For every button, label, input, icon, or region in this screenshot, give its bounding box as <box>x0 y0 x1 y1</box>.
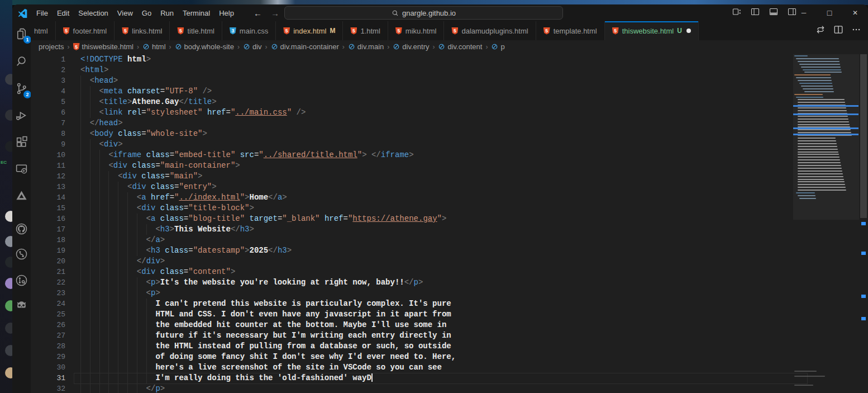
split-editor-icon[interactable] <box>833 25 843 37</box>
menu-run[interactable]: Run <box>156 7 178 19</box>
command-center-search[interactable]: gnargle.github.io <box>284 6 563 20</box>
toggle-primary-sidebar-icon[interactable] <box>751 7 760 18</box>
code-line-11[interactable]: 11<div class="main-container"> <box>31 160 791 171</box>
code-line-18[interactable]: 18</a> <box>31 235 791 245</box>
code-line-26[interactable]: 26the embedded hit counter at the bottom… <box>31 320 791 330</box>
tab-miku-html[interactable]: 5miku.html <box>388 21 445 40</box>
tab-template-html[interactable]: 5template.html <box>536 21 605 40</box>
git-status-badge: U <box>677 27 682 35</box>
activity-extension-a-icon[interactable] <box>15 188 29 203</box>
activity-explorer-icon[interactable]: 1 <box>15 27 29 41</box>
code-line-28[interactable]: 28the HTML instead of pulling from a dat… <box>31 341 791 352</box>
menu-help[interactable]: Help <box>214 7 239 19</box>
activity-source-control-icon[interactable]: 2 <box>15 82 29 96</box>
minimap[interactable] <box>793 53 859 393</box>
breadcrumb-item-div-content[interactable]: div.content <box>438 42 482 51</box>
code-line-21[interactable]: 21<div class="content"> <box>31 267 791 277</box>
maximize-button[interactable]: □ <box>817 4 842 21</box>
vscode-logo-icon <box>18 8 27 18</box>
code-line-27[interactable]: 27future if it's necessary but I'm writi… <box>31 330 791 341</box>
menu-go[interactable]: Go <box>137 7 156 19</box>
customize-layout-icon[interactable] <box>732 7 741 18</box>
breadcrumb-item-projects[interactable]: projects <box>39 42 64 51</box>
code-line-6[interactable]: 6<link rel="stylesheet" href="../main.cs… <box>31 107 791 118</box>
menu-edit[interactable]: Edit <box>53 7 74 19</box>
activity-gitlens-icon[interactable] <box>15 247 29 262</box>
minimize-button[interactable]: ─ <box>791 4 817 21</box>
tab-title-html[interactable]: 5title.html <box>170 21 222 40</box>
discord-window-sliver[interactable]: EC <box>0 0 12 393</box>
code-line-7[interactable]: 7</head> <box>31 118 791 129</box>
activity-extensions-icon[interactable] <box>15 135 29 150</box>
code-line-24[interactable]: 24I can't pretend this website is partic… <box>31 299 791 309</box>
scrollbar[interactable] <box>859 53 868 393</box>
code-line-3[interactable]: 3<head> <box>31 75 791 86</box>
breadcrumb-item-thiswebsite-html[interactable]: 5thiswebsite.html <box>73 42 133 51</box>
breadcrumb-item-p[interactable]: p <box>491 42 504 51</box>
close-button[interactable]: ✕ <box>842 4 868 21</box>
code-line-17[interactable]: 17<h3>This Website</h3> <box>31 224 791 235</box>
breadcrumb-item-div-main-container[interactable]: div.main-container <box>271 42 339 51</box>
activity-remote-explorer-icon[interactable] <box>15 162 29 177</box>
menu-view[interactable]: View <box>113 7 137 19</box>
tab-html[interactable]: html <box>31 21 56 40</box>
code-line-16[interactable]: 16<a class="blog-title" target="_blank" … <box>31 214 791 224</box>
minimap-line <box>794 74 831 75</box>
breadcrumb-item-body-whole-site[interactable]: body.whole-site <box>175 42 234 51</box>
activity-run-debug-icon[interactable] <box>15 108 29 123</box>
tab-links-html[interactable]: 5links.html <box>115 21 170 40</box>
code-line-8[interactable]: 8<body class="whole-site"> <box>31 129 791 139</box>
breadcrumb-item-div-entry[interactable]: div.entry <box>393 42 429 51</box>
code-line-25[interactable]: 25HTML and CSS. I don't even have any ja… <box>31 309 791 320</box>
dirty-indicator-icon[interactable] <box>686 29 691 33</box>
code-line-5[interactable]: 5<title>Athene.Gay</title> <box>31 97 791 107</box>
activity-godot-tools-icon[interactable] <box>15 297 29 312</box>
code-line-2[interactable]: 2<html> <box>31 65 791 75</box>
activity-search-icon[interactable] <box>15 54 29 69</box>
code-line-20[interactable]: 20</div> <box>31 256 791 267</box>
breadcrumb-item-div-main[interactable]: div.main <box>348 42 384 51</box>
more-actions-icon[interactable] <box>851 25 861 37</box>
code-line-1[interactable]: 1<!DOCTYPE html> <box>31 54 791 65</box>
nav-back-icon[interactable]: ← <box>254 8 262 18</box>
tab-dalamudplugins-html[interactable]: 5dalamudplugins.html <box>444 21 536 40</box>
tab-label: links.html <box>132 27 162 35</box>
indent-guides <box>80 139 99 150</box>
code-line-9[interactable]: 9<div> <box>31 139 791 150</box>
code-line-31[interactable]: 31I'm really doing this the 'old-fashion… <box>31 373 791 383</box>
tab-thiswebsite-html[interactable]: 5thiswebsite.htmlU <box>605 21 699 40</box>
activity-github-icon[interactable] <box>15 222 29 236</box>
tab-footer-html[interactable]: 5footer.html <box>56 21 115 40</box>
toggle-panel-icon[interactable] <box>769 7 778 18</box>
menu-file[interactable]: File <box>32 7 53 19</box>
code-line-14[interactable]: 14<a href="../index.html">Home</a> <box>31 192 791 203</box>
editor[interactable]: 1<!DOCTYPE html>2<html>3<head>4<meta cha… <box>31 53 868 393</box>
code-area[interactable]: 1<!DOCTYPE html>2<html>3<head>4<meta cha… <box>31 54 791 393</box>
minimap-highlight-bar <box>793 134 859 135</box>
menu-selection[interactable]: Selection <box>74 7 112 19</box>
open-changes-icon[interactable] <box>815 25 826 37</box>
tab-main-css[interactable]: 3main.css <box>222 21 276 40</box>
code-line-22[interactable]: 22<p>It's the website you're looking at … <box>31 277 791 288</box>
code-line-10[interactable]: 10<iframe class="embed-title" src="../sh… <box>31 150 791 160</box>
tab-index-html[interactable]: 5index.htmlM <box>276 21 343 40</box>
code-line-32[interactable]: 32</p> <box>31 383 791 393</box>
indent-guides <box>80 203 137 214</box>
breadcrumb-item-html[interactable]: html <box>142 42 166 51</box>
code-line-15[interactable]: 15<div class="title-block"> <box>31 203 791 214</box>
code-line-23[interactable]: 23<p> <box>31 288 791 299</box>
code-line-19[interactable]: 19<h3 class="datestamp">2025</h3> <box>31 245 791 256</box>
nav-forward-icon[interactable]: → <box>271 8 279 18</box>
minimap-line <box>798 61 840 62</box>
code-line-12[interactable]: 12<div class="main"> <box>31 171 791 182</box>
tab-1-html[interactable]: 51.html <box>343 21 388 40</box>
code-line-4[interactable]: 4<meta charset="UTF-8" /> <box>31 86 791 97</box>
code-line-13[interactable]: 13<div class="entry"> <box>31 182 791 192</box>
code-line-30[interactable]: 30here's a live screenshot of the site i… <box>31 362 791 373</box>
code-line-29[interactable]: 29of doing some fancy shit I don't see w… <box>31 352 791 362</box>
scrollbar-thumb[interactable] <box>860 54 867 218</box>
breadcrumb-item-div[interactable]: div <box>243 42 262 51</box>
minimap-line <box>801 86 833 87</box>
activity-git-graph-icon[interactable] <box>15 273 29 288</box>
menu-terminal[interactable]: Terminal <box>178 7 214 19</box>
